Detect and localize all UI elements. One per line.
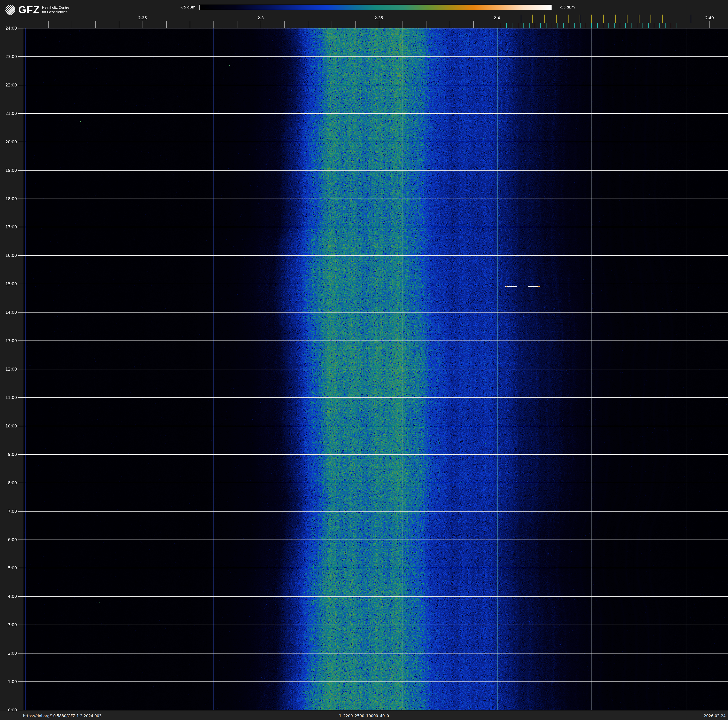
- time-tick-label: 23:00: [0, 54, 17, 59]
- time-tick-label: 6:00: [0, 538, 17, 542]
- freq-tick-label: 2.35: [374, 16, 383, 20]
- logo-subtitle: Helmholtz Centre for Geosciences: [42, 5, 69, 14]
- gfz-logo: GFZ Helmholtz Centre for Geosciences: [5, 5, 69, 15]
- time-tick-label: 7:00: [0, 509, 17, 514]
- footer-bar: https://doi.org/10.5880/GFZ.1.2.2024.003…: [0, 711, 728, 720]
- time-tick-label: 13:00: [0, 339, 17, 343]
- time-tick-label: 22:00: [0, 83, 17, 87]
- freq-tick-label: 2.3: [258, 16, 264, 20]
- doi-text: https://doi.org/10.5880/GFZ.1.2.2024.003: [23, 714, 102, 718]
- date-text: 2026-02-24: [704, 714, 726, 718]
- time-tick-label: 3:00: [0, 622, 17, 627]
- time-tick-label: 2:00: [0, 651, 17, 656]
- freq-tick-label: 2.49: [705, 16, 714, 20]
- spectrogram-canvas: [0, 0, 728, 720]
- time-tick-label: 5:00: [0, 565, 17, 570]
- time-tick-label: 10:00: [0, 424, 17, 428]
- time-tick-label: 4:00: [0, 594, 17, 599]
- colorbar-max-label: -55 dBm: [560, 5, 575, 9]
- colorbar-min-label: -75 dBm: [180, 5, 196, 9]
- time-tick-label: 14:00: [0, 310, 17, 315]
- time-tick-label: 20:00: [0, 139, 17, 144]
- logo-acronym: GFZ: [18, 5, 40, 15]
- time-tick-label: 21:00: [0, 111, 17, 116]
- dataset-id-text: 1_2200_2500_10000_40_0: [339, 714, 389, 718]
- time-tick-label: 12:00: [0, 367, 17, 372]
- freq-tick-label: 2.25: [138, 16, 147, 20]
- freq-tick-label: 2.4: [494, 16, 500, 20]
- time-tick-label: 17:00: [0, 225, 17, 229]
- time-tick-label: 11:00: [0, 395, 17, 400]
- colorbar: [199, 5, 552, 10]
- time-tick-label: 18:00: [0, 196, 17, 201]
- time-tick-label: 8:00: [0, 481, 17, 485]
- gfz-logo-icon: [5, 5, 15, 15]
- time-tick-label: 1:00: [0, 679, 17, 684]
- time-tick-label: 24:00: [0, 26, 17, 31]
- time-tick-label: 16:00: [0, 253, 17, 258]
- time-tick-label: 15:00: [0, 282, 17, 286]
- time-tick-label: 19:00: [0, 168, 17, 173]
- time-tick-label: 9:00: [0, 452, 17, 457]
